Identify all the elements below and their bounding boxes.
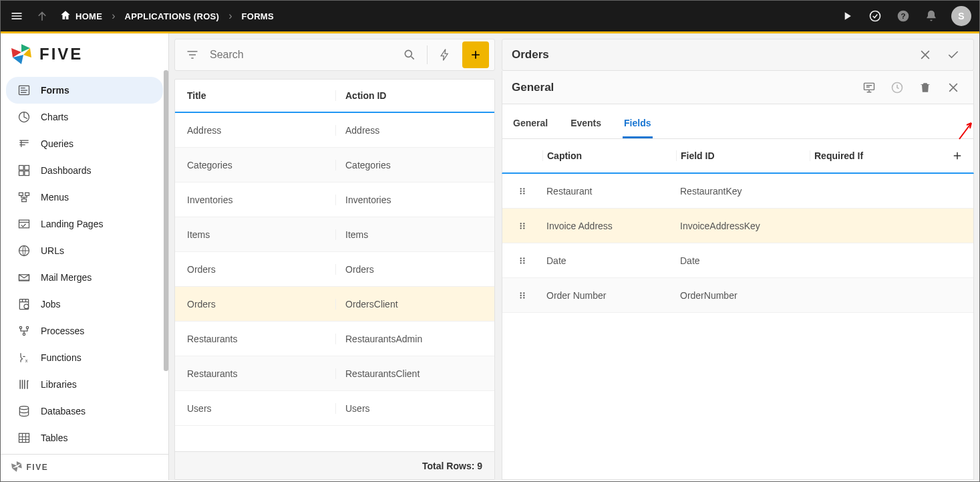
avatar[interactable]: S	[951, 6, 971, 26]
sidebar-item-forms[interactable]: Forms	[6, 77, 163, 104]
table-row[interactable]: RestaurantsRestaurantsAdmin	[175, 322, 494, 356]
sidebar-item-label: Queries	[41, 138, 73, 149]
drag-handle-icon[interactable]	[502, 256, 542, 265]
up-arrow-icon[interactable]	[34, 8, 50, 24]
add-button[interactable]	[462, 41, 489, 68]
bolt-icon[interactable]	[433, 43, 457, 67]
sidebar-item-processes[interactable]: Processes	[6, 318, 163, 344]
sidebar-item-icon	[17, 324, 31, 338]
row-action: Items	[335, 229, 494, 240]
row-title: Orders	[175, 299, 335, 310]
svg-point-20	[23, 333, 25, 335]
sidebar-item-menus[interactable]: Menus	[6, 184, 163, 211]
sidebar-item-label: Jobs	[41, 299, 61, 310]
search-icon[interactable]	[397, 43, 422, 67]
row-title: Orders	[175, 264, 335, 275]
fields-header: Caption Field ID Required If	[502, 139, 974, 174]
svg-point-30	[523, 188, 524, 189]
drag-handle-icon[interactable]	[502, 291, 542, 300]
svg-point-50	[523, 294, 524, 295]
sidebar-scrollbar[interactable]	[164, 70, 168, 371]
sidebar-item-functions[interactable]: xFunctions	[6, 344, 163, 371]
fields-header-fieldid[interactable]: Field ID	[676, 150, 810, 161]
field-row[interactable]: Order NumberOrderNumber	[502, 278, 973, 313]
sidebar-item-tables[interactable]: Tables	[6, 425, 163, 451]
svg-rect-10	[19, 193, 23, 195]
svg-point-41	[520, 257, 522, 259]
breadcrumb-forms[interactable]: FORMS	[242, 11, 274, 21]
list-pane: Title Action ID AddressAddressCategories…	[169, 33, 495, 480]
sidebar-item-label: Libraries	[41, 379, 77, 390]
history-icon[interactable]	[886, 77, 908, 98]
svg-point-52	[523, 297, 524, 298]
svg-point-42	[523, 257, 524, 259]
search-input[interactable]	[210, 49, 392, 61]
drag-handle-icon[interactable]	[502, 221, 542, 231]
detail-header: Orders	[502, 39, 974, 71]
field-row[interactable]: RestaurantRestaurantKey	[502, 174, 973, 209]
breadcrumb-forms-label: FORMS	[242, 11, 274, 21]
sidebar-item-label: Functions	[41, 352, 81, 363]
table-row[interactable]: OrdersOrders	[175, 252, 494, 287]
fields-header-required[interactable]: Required If	[810, 150, 941, 161]
table-row[interactable]: InventoriesInventories	[175, 183, 494, 217]
row-title: Items	[175, 229, 335, 240]
field-id: Date	[676, 255, 810, 266]
trash-icon[interactable]	[915, 77, 936, 98]
fields-header-caption[interactable]: Caption	[542, 150, 676, 161]
table-row[interactable]: ItemsItems	[175, 217, 494, 252]
hamburger-icon[interactable]	[9, 8, 25, 24]
inspect-icon[interactable]	[867, 8, 883, 24]
svg-text:?: ?	[901, 11, 905, 20]
detail-pane: Orders General GeneralEventsFields	[502, 33, 979, 480]
sidebar-item-icon	[17, 163, 31, 178]
tab-fields[interactable]: Fields	[623, 108, 652, 138]
add-field-button[interactable]	[941, 150, 973, 162]
drag-handle-icon[interactable]	[502, 187, 542, 196]
sidebar-item-charts[interactable]: Charts	[6, 104, 163, 130]
close-icon[interactable]	[915, 44, 936, 66]
play-icon[interactable]	[839, 8, 855, 24]
sidebar-item-icon	[17, 243, 31, 258]
sidebar-item-jobs[interactable]: Jobs	[6, 291, 163, 318]
sidebar: FIVE FormsChartsQueriesDashboardsMenusLa…	[1, 33, 169, 480]
field-row[interactable]: Invoice AddressInvoiceAddressKey	[502, 209, 973, 243]
svg-point-38	[523, 225, 524, 226]
field-row[interactable]: DateDate	[502, 243, 973, 278]
sidebar-item-label: Dashboards	[41, 165, 92, 176]
breadcrumb-applications[interactable]: APPLICATIONS (ROS)	[125, 11, 220, 21]
svg-rect-13	[19, 220, 29, 228]
sidebar-item-queries[interactable]: Queries	[6, 130, 163, 157]
tab-general[interactable]: General	[512, 108, 549, 138]
table-row[interactable]: CategoriesCategories	[175, 148, 494, 183]
sidebar-item-dashboards[interactable]: Dashboards	[6, 157, 163, 184]
list-header-title[interactable]: Title	[175, 90, 335, 101]
svg-point-17	[24, 304, 29, 309]
sidebar-item-landing-pages[interactable]: Landing Pages	[6, 211, 163, 237]
svg-point-34	[523, 193, 524, 194]
help-icon[interactable]: ?	[895, 8, 911, 24]
sidebar-item-mail-merges[interactable]: Mail Merges	[6, 264, 163, 291]
table-row[interactable]: UsersUsers	[175, 391, 494, 426]
bell-icon[interactable]	[923, 8, 939, 24]
close-section-icon[interactable]	[943, 77, 964, 98]
filter-icon[interactable]	[180, 43, 204, 67]
svg-point-19	[26, 326, 28, 328]
monitor-icon[interactable]	[858, 77, 880, 98]
detail-title: Orders	[512, 48, 549, 62]
table-row[interactable]: OrdersOrdersClient	[175, 287, 494, 322]
tab-events[interactable]: Events	[569, 108, 603, 138]
table-row[interactable]: RestaurantsRestaurantsClient	[175, 356, 494, 391]
list-header-action[interactable]: Action ID	[335, 90, 494, 101]
table-row[interactable]: AddressAddress	[175, 113, 494, 148]
sidebar-item-libraries[interactable]: Libraries	[6, 371, 163, 398]
sidebar-item-urls[interactable]: URLs	[6, 237, 163, 264]
sidebar-item-databases[interactable]: Databases	[6, 398, 163, 425]
svg-rect-7	[25, 166, 29, 170]
svg-point-33	[520, 193, 522, 194]
confirm-icon[interactable]	[943, 44, 964, 66]
row-title: Users	[175, 403, 335, 414]
row-title: Inventories	[175, 195, 335, 205]
logo: FIVE	[1, 33, 168, 74]
breadcrumb-home[interactable]: HOME	[59, 9, 102, 23]
